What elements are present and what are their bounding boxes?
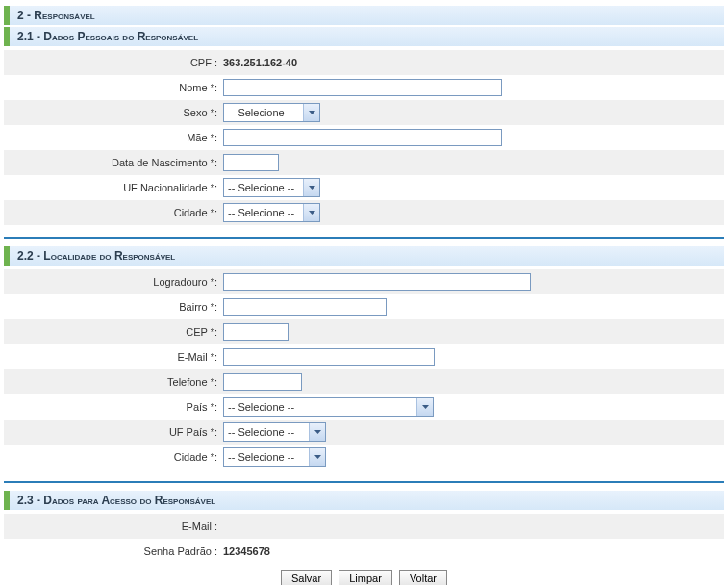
uf-pais-select[interactable]: -- Selecione -- bbox=[223, 422, 326, 442]
section-2-header: 2 - Responsável bbox=[4, 6, 724, 25]
telefone-input[interactable] bbox=[223, 373, 302, 391]
row-email-ro: E-Mail : bbox=[4, 514, 724, 539]
bairro-input[interactable] bbox=[223, 298, 387, 316]
pais-select-text: -- Selecione -- bbox=[224, 401, 416, 413]
section-2-1-header: 2.1 - Dados Pessoais do Responsável bbox=[4, 27, 724, 46]
sexo-select[interactable]: -- Selecione -- bbox=[223, 103, 320, 122]
cep-label: CEP *: bbox=[4, 326, 223, 338]
pais-select[interactable]: -- Selecione -- bbox=[223, 397, 434, 417]
section-2-title: 2 - Responsável bbox=[17, 9, 95, 22]
row-sexo: Sexo *: -- Selecione -- bbox=[4, 100, 724, 125]
uf-pais-select-text: -- Selecione -- bbox=[224, 426, 309, 438]
email-ro-label: E-Mail : bbox=[4, 521, 223, 532]
row-mae: Mãe *: bbox=[4, 125, 724, 150]
section-2-3-body: E-Mail : Senha Padrão : 12345678 bbox=[4, 510, 724, 564]
row-pais: País *: -- Selecione -- bbox=[4, 394, 724, 420]
cpf-value: 363.251.162-40 bbox=[223, 57, 724, 68]
cidade-2-select-text: -- Selecione -- bbox=[224, 451, 309, 463]
cpf-label: CPF : bbox=[4, 57, 223, 68]
nome-label: Nome *: bbox=[4, 82, 223, 93]
bairro-label: Bairro *: bbox=[4, 301, 223, 313]
row-data-nascimento: Data de Nascimento *: bbox=[4, 150, 724, 175]
row-cidade-1: Cidade *: -- Selecione -- bbox=[4, 200, 724, 225]
row-cidade-2: Cidade *: -- Selecione -- bbox=[4, 445, 724, 470]
section-separator bbox=[4, 481, 724, 483]
row-email: E-Mail *: bbox=[4, 344, 724, 369]
voltar-button[interactable]: Voltar bbox=[399, 570, 447, 585]
uf-nacionalidade-select-text: -- Selecione -- bbox=[224, 182, 303, 193]
limpar-button[interactable]: Limpar bbox=[339, 570, 392, 585]
nome-input[interactable] bbox=[223, 79, 502, 96]
row-telefone: Telefone *: bbox=[4, 369, 724, 394]
cidade-1-label: Cidade *: bbox=[4, 207, 223, 218]
cidade-1-select-text: -- Selecione -- bbox=[224, 207, 303, 218]
section-2-2-title: 2.2 - Localidade do Responsável bbox=[17, 249, 175, 263]
row-cpf: CPF : 363.251.162-40 bbox=[4, 50, 724, 75]
logradouro-input[interactable] bbox=[223, 273, 531, 291]
sexo-label: Sexo *: bbox=[4, 107, 223, 118]
email-input[interactable] bbox=[223, 348, 435, 366]
section-2-3-header: 2.3 - Dados para Acesso do Responsável bbox=[4, 491, 724, 510]
section-2-2-header: 2.2 - Localidade do Responsável bbox=[4, 246, 724, 266]
row-uf-nacionalidade: UF Nacionalidade *: -- Selecione -- bbox=[4, 175, 724, 200]
uf-nacionalidade-select[interactable]: -- Selecione -- bbox=[223, 178, 320, 197]
chevron-down-icon bbox=[303, 204, 319, 221]
chevron-down-icon bbox=[309, 423, 325, 441]
data-nascimento-input[interactable] bbox=[223, 154, 279, 171]
data-nascimento-label: Data de Nascimento *: bbox=[4, 157, 223, 168]
sexo-select-text: -- Selecione -- bbox=[224, 107, 303, 118]
section-2-2-body: Logradouro *: Bairro *: CEP *: E-Mail *:… bbox=[4, 266, 724, 473]
section-separator bbox=[4, 237, 724, 239]
section-2-1-title: 2.1 - Dados Pessoais do Responsável bbox=[17, 30, 198, 43]
section-2-1-body: CPF : 363.251.162-40 Nome *: Sexo *: -- … bbox=[4, 46, 724, 229]
row-logradouro: Logradouro *: bbox=[4, 269, 724, 294]
mae-input[interactable] bbox=[223, 129, 502, 146]
cidade-2-label: Cidade *: bbox=[4, 451, 223, 463]
cidade-1-select[interactable]: -- Selecione -- bbox=[223, 203, 320, 222]
chevron-down-icon bbox=[416, 398, 433, 416]
uf-nacionalidade-label: UF Nacionalidade *: bbox=[4, 182, 223, 193]
button-bar: Salvar Limpar Voltar bbox=[4, 564, 724, 585]
uf-pais-label: UF País *: bbox=[4, 426, 223, 438]
salvar-button[interactable]: Salvar bbox=[281, 570, 332, 585]
row-bairro: Bairro *: bbox=[4, 294, 724, 319]
mae-label: Mãe *: bbox=[4, 132, 223, 143]
senha-value: 12345678 bbox=[223, 546, 724, 557]
chevron-down-icon bbox=[303, 104, 319, 121]
row-senha: Senha Padrão : 12345678 bbox=[4, 539, 724, 564]
chevron-down-icon bbox=[309, 448, 325, 466]
row-nome: Nome *: bbox=[4, 75, 724, 100]
telefone-label: Telefone *: bbox=[4, 376, 223, 388]
email-label: E-Mail *: bbox=[4, 351, 223, 363]
cidade-2-select[interactable]: -- Selecione -- bbox=[223, 447, 326, 467]
cep-input[interactable] bbox=[223, 323, 289, 341]
section-2-3-title: 2.3 - Dados para Acesso do Responsável bbox=[17, 494, 215, 507]
chevron-down-icon bbox=[303, 179, 319, 196]
pais-label: País *: bbox=[4, 401, 223, 413]
row-uf-pais: UF País *: -- Selecione -- bbox=[4, 420, 724, 445]
senha-label: Senha Padrão : bbox=[4, 546, 223, 557]
logradouro-label: Logradouro *: bbox=[4, 276, 223, 288]
row-cep: CEP *: bbox=[4, 319, 724, 344]
